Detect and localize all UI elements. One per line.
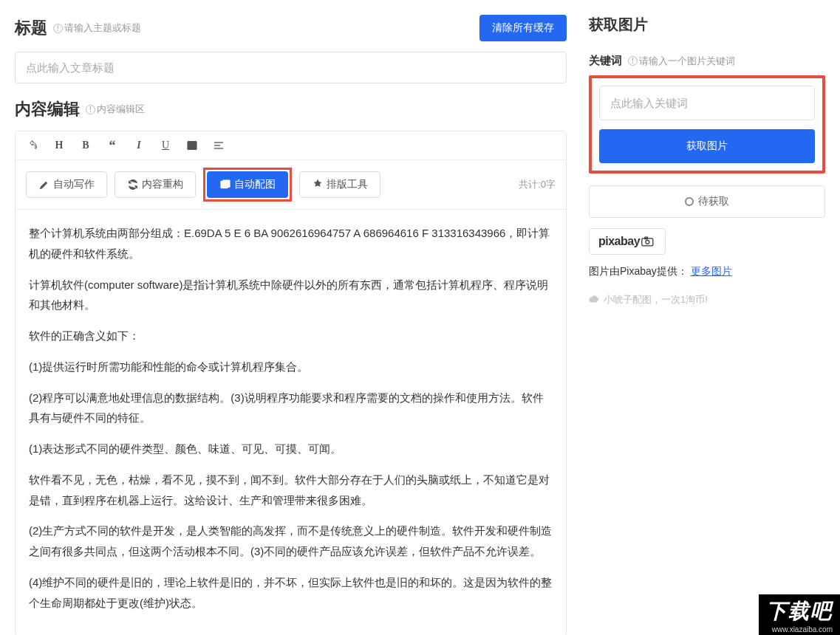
quote-icon[interactable]: “ bbox=[106, 139, 119, 152]
paragraph: (4)维护不同的硬件是旧的，理论上软件是旧的，并不坏，但实际上软件也是旧的和坏的… bbox=[29, 572, 553, 614]
auto-image-button[interactable]: 自动配图 bbox=[207, 171, 288, 198]
keyword-label: 关键词 bbox=[589, 54, 622, 68]
italic-icon[interactable]: I bbox=[132, 139, 146, 152]
svg-point-8 bbox=[646, 240, 649, 244]
content-restruct-button[interactable]: 内容重构 bbox=[115, 171, 196, 198]
paragraph: (1)表达形式不同的硬件类型、颜色、味道、可见、可摸、可闻。 bbox=[29, 439, 553, 459]
title-input[interactable] bbox=[15, 52, 567, 83]
more-images-link[interactable]: 更多图片 bbox=[691, 265, 732, 277]
underline-icon[interactable]: U bbox=[159, 139, 172, 152]
status-icon bbox=[685, 197, 694, 206]
paragraph: (2)程序可以满意地处理信息的数据结构。(3)说明程序功能要求和程序需要的文档的… bbox=[29, 388, 553, 429]
title-label: 标题 bbox=[15, 17, 47, 39]
sidebar-title: 获取图片 bbox=[589, 15, 825, 35]
paragraph: (1)提供运行时所需功能和性能的命令或计算机程序集合。 bbox=[29, 357, 553, 377]
svg-rect-7 bbox=[642, 238, 653, 246]
image-icon[interactable] bbox=[185, 139, 199, 152]
info-icon: ! bbox=[86, 105, 95, 114]
info-icon: ! bbox=[53, 24, 63, 33]
svg-point-1 bbox=[190, 144, 191, 145]
fetch-status: 待获取 bbox=[589, 185, 825, 218]
editor-content[interactable]: 整个计算机系统由两部分组成：E.69DA 5 E 6 BA 9062616964… bbox=[16, 210, 566, 635]
editor-toolbar: H B “ I U bbox=[16, 131, 566, 160]
footer-note: 小唬子配图，一次1淘币! bbox=[589, 293, 825, 306]
paragraph: 计算机软件(computer software)是指计算机系统中除硬件以外的所有… bbox=[29, 275, 553, 316]
info-icon: ! bbox=[628, 56, 638, 66]
paragraph: 整个计算机系统由两部分组成：E.69DA 5 E 6 BA 9062616964… bbox=[29, 223, 553, 264]
keyword-hint: ! 请输入一个图片关键词 bbox=[628, 55, 735, 68]
paragraph: 软件看不见，无色，枯燥，看不见，摸不到，闻不到。软件大部分存在于人们的头脑或纸上… bbox=[29, 470, 553, 511]
align-icon[interactable] bbox=[212, 139, 225, 152]
editor-card: H B “ I U 自动写作 内容重构 bbox=[15, 131, 567, 635]
content-edit-label: 内容编辑 bbox=[15, 98, 80, 120]
image-source: 图片由Pixabay提供： 更多图片 bbox=[589, 265, 825, 278]
paragraph: 软件的正确含义如下： bbox=[29, 326, 553, 346]
layout-tool-button[interactable]: 排版工具 bbox=[299, 171, 380, 198]
paragraph: (2)生产方式不同的软件是开发，是人类智能的高发挥，而不是传统意义上的硬件制造。… bbox=[29, 521, 553, 562]
auto-write-button[interactable]: 自动写作 bbox=[26, 171, 107, 198]
pixabay-logo: pixabay bbox=[589, 228, 666, 255]
heading-icon[interactable]: H bbox=[52, 139, 66, 152]
svg-rect-6 bbox=[223, 180, 230, 187]
bold-icon[interactable]: B bbox=[79, 139, 92, 152]
keyword-highlight-box: 获取图片 bbox=[589, 75, 825, 174]
fetch-image-button[interactable]: 获取图片 bbox=[599, 129, 815, 163]
undo-icon[interactable] bbox=[26, 139, 39, 152]
editor-actions: 自动写作 内容重构 自动配图 排版工具 共计:0字 bbox=[16, 160, 566, 210]
keyword-input[interactable] bbox=[599, 86, 815, 120]
watermark: 下载吧 www.xiazaiba.com bbox=[759, 594, 840, 635]
clear-cache-button[interactable]: 清除所有缓存 bbox=[479, 15, 567, 41]
word-count: 共计:0字 bbox=[519, 178, 556, 191]
content-edit-hint: ! 内容编辑区 bbox=[86, 103, 145, 116]
title-hint: ! 请输入主题或标题 bbox=[53, 21, 141, 35]
auto-image-highlight: 自动配图 bbox=[203, 168, 292, 202]
